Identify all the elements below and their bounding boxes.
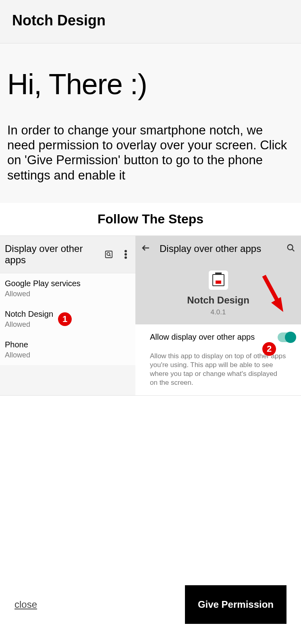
pointer-arrow-icon bbox=[260, 274, 284, 310]
svg-marker-10 bbox=[271, 297, 283, 312]
close-button[interactable]: close bbox=[15, 599, 37, 610]
search-box-icon bbox=[104, 250, 114, 259]
screenshot-app-detail: Display over other apps Notch Design 4.0… bbox=[135, 236, 301, 395]
steps-header: Follow The Steps bbox=[0, 203, 301, 235]
svg-point-1 bbox=[107, 252, 110, 255]
app-header: Notch Design bbox=[0, 0, 301, 43]
screenshot-app-list: Display over other apps Google Play serv… bbox=[0, 236, 135, 395]
svg-point-4 bbox=[125, 253, 127, 256]
app-status: Allowed bbox=[5, 320, 53, 329]
svg-point-7 bbox=[288, 245, 293, 250]
toggle-label: Allow display over other apps bbox=[150, 332, 278, 342]
more-vert-icon bbox=[121, 250, 131, 259]
overlay-toggle-row: Allow display over other apps 2 bbox=[135, 324, 301, 345]
tutorial-screenshots: Display over other apps Google Play serv… bbox=[0, 235, 301, 396]
step-badge-1: 1 bbox=[58, 312, 72, 326]
overlay-toggle bbox=[278, 332, 295, 342]
app-detail-panel: Notch Design 4.0.1 bbox=[135, 262, 301, 324]
list-item: Google Play services Allowed bbox=[0, 273, 135, 304]
svg-point-5 bbox=[125, 256, 127, 259]
steps-title: Follow The Steps bbox=[0, 212, 301, 227]
app-status: Allowed bbox=[5, 351, 131, 359]
list-item: Notch Design Allowed 1 bbox=[0, 304, 135, 334]
svg-rect-0 bbox=[106, 251, 112, 258]
list-item: Phone Allowed bbox=[0, 334, 135, 365]
app-name: Google Play services bbox=[5, 279, 131, 288]
svg-line-9 bbox=[264, 276, 278, 302]
app-icon bbox=[209, 270, 228, 290]
detail-topbar-title: Display over other apps bbox=[160, 243, 278, 254]
greeting-text: Hi, There :) bbox=[7, 68, 294, 101]
back-arrow-icon bbox=[141, 243, 151, 254]
instruction-text: In order to change your smartphone notch… bbox=[7, 123, 294, 183]
svg-line-8 bbox=[292, 249, 295, 252]
svg-point-3 bbox=[125, 250, 127, 252]
list-topbar: Display over other apps bbox=[0, 236, 135, 273]
detail-topbar: Display over other apps bbox=[135, 236, 301, 262]
list-topbar-title: Display over other apps bbox=[5, 243, 97, 266]
svg-line-2 bbox=[110, 255, 111, 256]
footer-actions: close Give Permission bbox=[0, 573, 301, 644]
step-badge-2: 2 bbox=[262, 342, 276, 356]
toggle-description: Allow this app to display on top of othe… bbox=[135, 345, 301, 395]
intro-section: Hi, There :) In order to change your sma… bbox=[0, 43, 301, 203]
give-permission-button[interactable]: Give Permission bbox=[185, 585, 286, 624]
app-name: Notch Design bbox=[5, 310, 53, 319]
search-icon bbox=[286, 244, 295, 254]
toggle-knob bbox=[285, 332, 296, 343]
app-title: Notch Design bbox=[12, 12, 289, 29]
app-name: Phone bbox=[5, 340, 131, 349]
app-status: Allowed bbox=[5, 290, 131, 298]
